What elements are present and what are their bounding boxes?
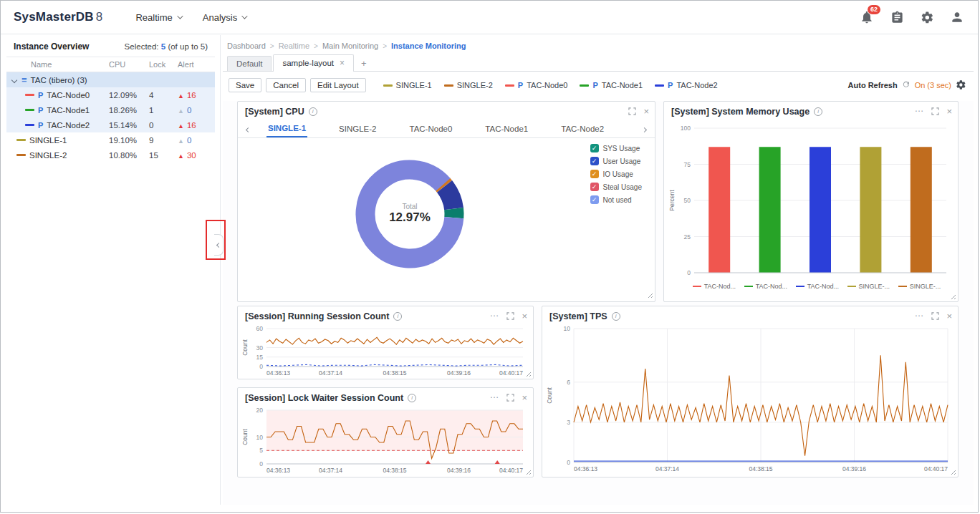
menu-analysis[interactable]: Analysis bbox=[203, 12, 246, 23]
expand-icon[interactable] bbox=[506, 312, 514, 320]
cpu-value: 10.80% bbox=[109, 151, 149, 160]
tab-close-icon[interactable] bbox=[340, 58, 345, 68]
auto-refresh-label: Auto Refresh bbox=[848, 81, 898, 89]
dashboard-canvas: [System] CPU SINGLE-1 SINGLE-2 TAC-Node0… bbox=[223, 101, 974, 505]
expand-icon[interactable] bbox=[931, 107, 939, 115]
report-icon[interactable] bbox=[889, 9, 905, 25]
svg-text:04:37:14: 04:37:14 bbox=[319, 369, 342, 377]
instance-group-row[interactable]: TAC (tibero) (3) bbox=[6, 72, 215, 87]
widget-title: [System] CPU bbox=[245, 107, 304, 117]
expand-icon[interactable] bbox=[931, 312, 939, 320]
logo-version: 8 bbox=[96, 10, 103, 24]
primary-badge: P bbox=[38, 91, 43, 100]
checkbox-checked-icon[interactable] bbox=[590, 144, 599, 152]
more-options-icon[interactable] bbox=[914, 110, 924, 113]
resize-handle[interactable] bbox=[646, 291, 653, 298]
legend-item[interactable]: TAC-Nod... bbox=[744, 283, 787, 290]
alert-value: 16 bbox=[187, 91, 196, 100]
legend-item[interactable]: SINGLE-... bbox=[847, 283, 890, 290]
instance-row-tac-node2[interactable]: P TAC-Node2 15.14% 0 16 bbox=[6, 117, 215, 132]
svg-text:0: 0 bbox=[687, 269, 691, 276]
info-icon[interactable] bbox=[393, 312, 402, 321]
sidebar-collapse-button[interactable] bbox=[214, 234, 224, 256]
cpu-tab-tac-node0[interactable]: TAC-Node0 bbox=[408, 121, 453, 137]
svg-text:04:36:13: 04:36:13 bbox=[574, 465, 597, 472]
cpu-tab-single-2[interactable]: SINGLE-2 bbox=[337, 121, 378, 137]
info-icon[interactable] bbox=[408, 394, 416, 402]
chevron-left-icon bbox=[216, 242, 221, 247]
legend-io-usage: IO Usage bbox=[590, 170, 642, 178]
profile-icon[interactable] bbox=[949, 9, 965, 25]
series-color-dash bbox=[505, 84, 514, 87]
close-icon[interactable] bbox=[643, 106, 649, 117]
settings-gear-icon[interactable] bbox=[919, 9, 935, 25]
auto-refresh-state[interactable]: On (3 sec) bbox=[915, 81, 951, 89]
resize-handle[interactable] bbox=[949, 293, 956, 299]
primary-badge: P bbox=[38, 106, 43, 115]
notification-bell-icon[interactable]: 62 bbox=[859, 9, 875, 25]
refresh-icon[interactable] bbox=[902, 80, 911, 90]
info-icon[interactable] bbox=[814, 107, 822, 116]
checkbox-checked-icon[interactable] bbox=[590, 170, 599, 178]
svg-text:Count: Count bbox=[241, 429, 249, 445]
checkbox-checked-icon[interactable] bbox=[590, 157, 599, 165]
cancel-button[interactable]: Cancel bbox=[266, 78, 306, 92]
caret-down-icon[interactable] bbox=[11, 77, 17, 82]
more-options-icon[interactable] bbox=[489, 396, 499, 399]
list-icon bbox=[21, 74, 27, 85]
legend-tac-node0: PTAC-Node0 bbox=[505, 81, 568, 89]
info-icon[interactable] bbox=[309, 107, 317, 116]
breadcrumb-main-monitoring[interactable]: Main Monitoring bbox=[322, 42, 378, 50]
legend-item[interactable]: TAC-Nod... bbox=[693, 283, 736, 290]
refresh-settings-gear-icon[interactable] bbox=[956, 79, 966, 92]
svg-text:60: 60 bbox=[256, 325, 264, 332]
instance-name: TAC-Node0 bbox=[47, 91, 90, 100]
breadcrumb-dashboard[interactable]: Dashboard bbox=[227, 42, 266, 50]
svg-text:15: 15 bbox=[256, 354, 264, 361]
instance-row-tac-node1[interactable]: P TAC-Node1 18.26% 1 0 bbox=[6, 102, 215, 117]
close-icon[interactable] bbox=[522, 311, 527, 321]
panel-title: Instance Overview bbox=[14, 42, 89, 52]
svg-text:Count: Count bbox=[546, 387, 553, 404]
more-options-icon[interactable] bbox=[914, 314, 924, 318]
close-icon[interactable] bbox=[522, 392, 527, 403]
cpu-tab-tac-node2[interactable]: TAC-Node2 bbox=[559, 121, 605, 137]
menu-realtime[interactable]: Realtime bbox=[135, 12, 181, 23]
tabs-prev-icon[interactable] bbox=[245, 125, 251, 133]
legend-sys-usage: SYS Usage bbox=[590, 144, 642, 152]
breadcrumb-instance-monitoring[interactable]: Instance Monitoring bbox=[391, 42, 466, 50]
tabs-next-icon[interactable] bbox=[641, 125, 648, 133]
instance-row-single-2[interactable]: SINGLE-2 10.80% 15 30 bbox=[6, 147, 215, 163]
breadcrumb-realtime[interactable]: Realtime bbox=[279, 42, 309, 50]
series-color-dash bbox=[25, 109, 34, 111]
legend-item[interactable]: TAC-Nod... bbox=[796, 283, 839, 290]
add-tab-button[interactable]: + bbox=[355, 56, 373, 71]
expand-icon[interactable] bbox=[628, 107, 636, 115]
app-logo: SysMasterDB8 bbox=[14, 10, 102, 24]
close-icon[interactable] bbox=[946, 311, 952, 321]
series-color-dash bbox=[25, 124, 34, 126]
series-color-dash bbox=[655, 84, 664, 87]
cpu-tab-single-1[interactable]: SINGLE-1 bbox=[266, 120, 307, 137]
instance-row-single-1[interactable]: SINGLE-1 19.10% 9 0 bbox=[6, 132, 215, 147]
checkbox-checked-icon[interactable] bbox=[590, 195, 599, 204]
instance-row-tac-node0[interactable]: P TAC-Node0 12.09% 4 16 bbox=[6, 87, 215, 102]
svg-text:20: 20 bbox=[256, 407, 264, 414]
tab-default[interactable]: Default bbox=[227, 56, 272, 71]
cpu-tab-tac-node1[interactable]: TAC-Node1 bbox=[484, 121, 529, 137]
legend-item[interactable]: SINGLE-... bbox=[898, 283, 941, 290]
info-icon[interactable] bbox=[612, 312, 620, 321]
tab-sample-layout[interactable]: sample-layout bbox=[273, 54, 354, 72]
save-button[interactable]: Save bbox=[229, 78, 261, 92]
close-icon[interactable] bbox=[946, 106, 952, 117]
svg-text:100: 100 bbox=[681, 125, 691, 132]
expand-icon[interactable] bbox=[506, 394, 514, 402]
svg-text:04:40:17: 04:40:17 bbox=[499, 467, 523, 474]
checkbox-checked-icon[interactable] bbox=[590, 183, 599, 191]
primary-badge: P bbox=[38, 121, 43, 130]
edit-layout-button[interactable]: Edit Layout bbox=[310, 78, 366, 92]
more-options-icon[interactable] bbox=[489, 314, 499, 318]
chevron-down-icon bbox=[241, 13, 247, 19]
alert-value: 16 bbox=[187, 121, 196, 130]
series-color-dash bbox=[693, 286, 701, 288]
